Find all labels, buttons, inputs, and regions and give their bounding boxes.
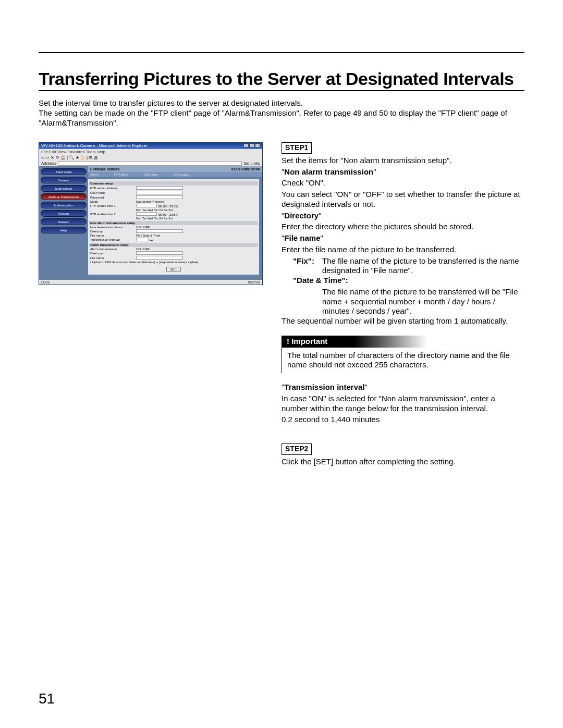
title-rule (39, 90, 524, 91)
important-text: The total number of characters of the di… (287, 351, 510, 369)
important-label: ! Important (282, 336, 427, 348)
ti-line2: 0.2 second to 1,440 minutes (282, 415, 521, 425)
page-body: Basic setup Camera Multi-screen Alarm & … (39, 166, 262, 280)
label-enable1: FTP enable time 1 (89, 204, 136, 207)
label-nat: Non alarm transmission (89, 226, 136, 229)
screenshot-column: WV-NM100 Network Camera - Microsoft Inte… (39, 142, 263, 285)
tab-aux[interactable]: AUX output (174, 173, 190, 176)
input-ftpaddr[interactable] (136, 186, 183, 190)
section-nonalarm: Non alarm transmission setup (89, 221, 258, 225)
sidebar: Basic setup Camera Multi-screen Alarm & … (39, 166, 88, 280)
label-dir2: Directory (89, 252, 136, 255)
sidebar-item-alarm[interactable]: Alarm & Transmission (41, 193, 87, 200)
nat-options[interactable]: ON / OFF (136, 226, 258, 229)
sidebar-item-help[interactable]: Help (41, 227, 87, 233)
camera-datetime: 01/01/2002 00:00 (231, 167, 260, 171)
manual-page: Transferring Pictures to the Server at D… (0, 0, 563, 728)
days-row-2[interactable]: MonTueWedThuFriSatSun (136, 217, 258, 220)
nat-line1: Check "ON". (282, 178, 521, 188)
ti-unit: sec (150, 239, 154, 242)
mode-options[interactable]: Sequential / Passive (136, 200, 258, 203)
window-titlebar: WV-NM100 Network Camera - Microsoft Inte… (39, 143, 262, 149)
tab-ftp[interactable]: FTP client (114, 173, 128, 176)
fname-options[interactable]: Fix / Date & Time (136, 234, 258, 237)
min-icon[interactable] (243, 143, 249, 147)
days-row-1[interactable]: MonTueWedThuFriSatSun (136, 208, 258, 212)
sidebar-item-multi[interactable]: Multi-screen (41, 185, 87, 192)
section-alarm: Alarm transmission setup (89, 243, 258, 247)
nat-heading: Non alarm transmission (284, 167, 373, 176)
file-heading: File name (284, 233, 320, 242)
upload-note: • Upload JPEG data as formatted as (file… (89, 261, 258, 264)
label-pass: Password (89, 196, 136, 199)
tab-alarm[interactable]: Alarm (90, 173, 99, 176)
dir-text: Enter the directory where the pictures s… (282, 222, 521, 232)
label-fname2: File name (89, 256, 136, 260)
address-label: Address (41, 161, 56, 166)
ti-heading: Transmission interval (284, 382, 364, 391)
at-options[interactable]: ON / OFF (136, 248, 258, 251)
label-user: User name (89, 191, 136, 194)
fix-key: "Fix": (282, 256, 322, 276)
input-ti[interactable] (136, 238, 149, 241)
page-title: Transferring Pictures to the Server at D… (39, 69, 524, 89)
camera-title: Entrance camera (90, 167, 119, 171)
tab-vmd[interactable]: VMD area (144, 173, 158, 176)
input-dir2[interactable] (136, 251, 183, 255)
top-rule (39, 52, 524, 53)
max-icon[interactable] (249, 143, 254, 147)
input-dir[interactable] (136, 229, 183, 233)
instructions-column: STEP1 Set the items for "Non alarm trans… (282, 142, 521, 468)
close-icon[interactable] (255, 143, 260, 147)
intro-line-2: The setting can be made on the "FTP clie… (39, 108, 524, 128)
status-left: Done (41, 280, 50, 284)
go-button[interactable]: Go (243, 161, 249, 166)
intro-text: Set the interval time to transfer pictur… (39, 98, 524, 128)
dir-heading: Directory (284, 211, 319, 220)
ftp-form: Common setup FTP server address User nam… (88, 179, 259, 275)
menu-bar[interactable]: File Edit View Favorites Tools Help (39, 149, 262, 155)
sidebar-item-camera[interactable]: Camera (41, 177, 87, 183)
sidebar-item-network[interactable]: Network (41, 218, 87, 225)
input-fname2[interactable] (136, 256, 183, 260)
ti-line1: In case "ON" is selected for "Non alarm … (282, 394, 521, 414)
step2-label: STEP2 (282, 443, 312, 455)
sidebar-item-auth[interactable]: Authentication (41, 202, 87, 208)
fix-row: "Fix": The file name of the picture to b… (282, 256, 521, 276)
label-mode: Mode (89, 200, 136, 203)
dt-val: The file name of the picture to be trans… (322, 287, 521, 316)
range1: (00:00 - 23:59) (158, 205, 178, 208)
dt-row: The file name of the picture to be trans… (282, 287, 521, 316)
browser-window: WV-NM100 Network Camera - Microsoft Inte… (39, 142, 263, 285)
range2: (00:00 - 23:59) (158, 213, 178, 216)
label-ti: Transmission interval (89, 238, 136, 241)
important-box: The total number of characters of the di… (282, 348, 519, 374)
input-user[interactable] (136, 191, 183, 194)
window-title: WV-NM100 Network Camera - Microsoft Inte… (41, 143, 148, 149)
url-field[interactable] (58, 161, 242, 166)
tab-row: Alarm FTP client VMD area AUX output (88, 172, 262, 177)
section-common: Common setup (89, 181, 258, 186)
panel-header: Entrance camera 01/01/2002 00:00 (88, 166, 262, 172)
sidebar-item-system[interactable]: System (41, 210, 87, 217)
page-number: 51 (39, 690, 55, 707)
set-button[interactable]: SET (166, 267, 181, 272)
step1-label: STEP1 (282, 142, 312, 154)
label-ftpaddr: FTP server address (89, 187, 136, 190)
nat-line2: You can select "ON" or "OFF" to set whet… (282, 190, 521, 209)
address-bar: Address Go Links (39, 161, 262, 166)
input-enable1[interactable] (136, 204, 157, 207)
two-column-layout: WV-NM100 Network Camera - Microsoft Inte… (39, 142, 524, 468)
label-fname: File name (89, 234, 136, 237)
seq-text: The sequential number will be given star… (282, 316, 521, 326)
label-dir: Directory (89, 230, 136, 233)
fix-val: The file name of the picture to be trans… (322, 256, 521, 276)
input-pass[interactable] (136, 195, 183, 199)
toolbar[interactable]: ⇦ ⇨ ✕ ⟳ 🏠 | 🔍 ★ 📜 | ✉ 🖨 (39, 155, 262, 161)
label-at: Alarm transmission (89, 248, 136, 251)
status-bar: Done Internet (39, 280, 262, 285)
sidebar-item-basic[interactable]: Basic setup (41, 168, 87, 175)
input-enable2[interactable] (136, 212, 157, 216)
label-enable2: FTP enable time 2 (89, 213, 136, 216)
status-right: Internet (248, 280, 260, 284)
